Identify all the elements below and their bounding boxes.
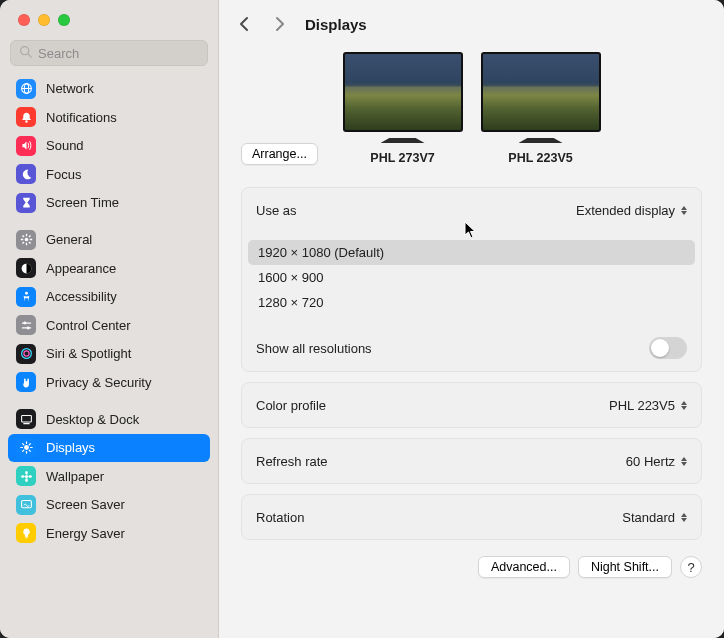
color-profile-select[interactable]: PHL 223V5 [609,398,687,413]
display-item-selected[interactable]: PHL 223V5 [481,52,601,165]
arrange-button[interactable]: Arrange... [241,143,318,165]
monitor-thumbnail-icon [343,52,463,132]
refresh-rate-label: Refresh rate [256,454,328,469]
svg-line-30 [22,444,23,445]
magnifying-glass-icon [19,45,32,61]
svg-line-14 [28,235,30,237]
sidebar-item-label: Energy Saver [46,526,125,541]
svg-line-32 [22,450,23,451]
sidebar-item-displays[interactable]: Displays [8,434,210,462]
help-button[interactable]: ? [680,556,702,578]
appearance-icon [16,258,36,278]
use-as-row[interactable]: Use as Extended display [242,188,701,232]
svg-point-37 [21,475,25,478]
display-item[interactable]: PHL 273V7 [343,52,463,165]
night-shift-button[interactable]: Night Shift... [578,556,672,578]
titlebar: Displays [219,0,724,46]
sidebar-item-label: Siri & Spotlight [46,346,131,361]
display-label: PHL 273V7 [370,151,434,165]
sun-icon [16,438,36,458]
sidebar-item-energy-saver[interactable]: Energy Saver [8,519,210,547]
svg-point-21 [21,349,31,359]
svg-point-35 [25,471,28,475]
chevron-up-down-icon [681,513,687,522]
sliders-icon [16,315,36,335]
sidebar-item-siri-spotlight[interactable]: Siri & Spotlight [8,340,210,368]
show-all-resolutions-toggle[interactable] [649,337,687,359]
sidebar-item-privacy-security[interactable]: Privacy & Security [8,368,210,396]
main-pane: Displays Arrange... PHL 273V7 PHL 223V5 [219,0,724,638]
sidebar-item-label: Control Center [46,318,131,333]
sidebar-item-label: Appearance [46,261,116,276]
back-button[interactable] [233,13,255,35]
sidebar-item-label: Screen Time [46,195,119,210]
window-controls [0,0,218,40]
advanced-button[interactable]: Advanced... [478,556,570,578]
sidebar-item-focus[interactable]: Focus [8,160,210,188]
sidebar-item-label: General [46,232,92,247]
svg-point-19 [23,321,26,324]
svg-point-22 [23,351,28,356]
svg-line-33 [29,444,30,445]
svg-point-25 [24,445,29,450]
sidebar-item-general[interactable]: General [8,226,210,254]
sidebar-item-label: Notifications [46,110,117,125]
search-field[interactable] [10,40,208,66]
sidebar-item-label: Network [46,81,94,96]
bell-icon [16,107,36,127]
chevron-up-down-icon [681,206,687,215]
color-profile-row[interactable]: Color profile PHL 223V5 [242,383,701,427]
sidebar-item-label: Screen Saver [46,497,125,512]
sidebar-item-appearance[interactable]: Appearance [8,254,210,282]
rotation-row[interactable]: Rotation Standard [242,495,701,539]
hourglass-icon [16,193,36,213]
gear-icon [16,230,36,250]
chevron-up-down-icon [681,457,687,466]
sidebar-item-network[interactable]: Network [8,75,210,103]
rotation-select[interactable]: Standard [622,510,687,525]
sidebar-item-desktop-dock[interactable]: Desktop & Dock [8,405,210,433]
forward-button[interactable] [269,13,291,35]
color-profile-label: Color profile [256,398,326,413]
svg-point-36 [25,478,28,482]
search-input[interactable] [38,46,199,61]
sidebar-nav: NetworkNotificationsSoundFocusScreen Tim… [0,74,218,638]
sidebar-item-notifications[interactable]: Notifications [8,103,210,131]
rotation-label: Rotation [256,510,304,525]
display-label: PHL 223V5 [508,151,572,165]
svg-point-16 [25,292,28,295]
svg-line-1 [28,54,31,57]
sidebar-item-sound[interactable]: Sound [8,132,210,160]
access-icon [16,287,36,307]
hand-icon [16,372,36,392]
flower-icon [16,466,36,486]
close-window-button[interactable] [18,14,30,26]
bulb-icon [16,523,36,543]
refresh-rate-row[interactable]: Refresh rate 60 Hertz [242,439,701,483]
svg-rect-23 [21,415,31,422]
moon-icon [16,164,36,184]
resolution-option[interactable]: 1280 × 720 [248,290,695,315]
minimize-window-button[interactable] [38,14,50,26]
sidebar-item-wallpaper[interactable]: Wallpaper [8,462,210,490]
sidebar-item-screen-time[interactable]: Screen Time [8,189,210,217]
sidebar-item-control-center[interactable]: Control Center [8,311,210,339]
sidebar-item-accessibility[interactable]: Accessibility [8,283,210,311]
svg-point-6 [24,238,28,242]
page-title: Displays [305,16,367,33]
zoom-window-button[interactable] [58,14,70,26]
svg-line-31 [29,450,30,451]
chevron-up-down-icon [681,401,687,410]
screensaver-icon [16,495,36,515]
sidebar-item-label: Accessibility [46,289,117,304]
resolution-option[interactable]: 1920 × 1080 (Default) [248,240,695,265]
refresh-rate-select[interactable]: 60 Hertz [626,454,687,469]
resolution-option[interactable]: 1600 × 900 [248,265,695,290]
svg-rect-40 [25,537,27,538]
use-as-select[interactable]: Extended display [576,203,687,218]
sidebar-item-label: Sound [46,138,84,153]
sidebar-item-label: Desktop & Dock [46,412,139,427]
resolution-list: 1920 × 1080 (Default)1600 × 9001280 × 72… [242,232,701,325]
sidebar-item-screen-saver[interactable]: Screen Saver [8,491,210,519]
svg-rect-39 [21,500,31,507]
